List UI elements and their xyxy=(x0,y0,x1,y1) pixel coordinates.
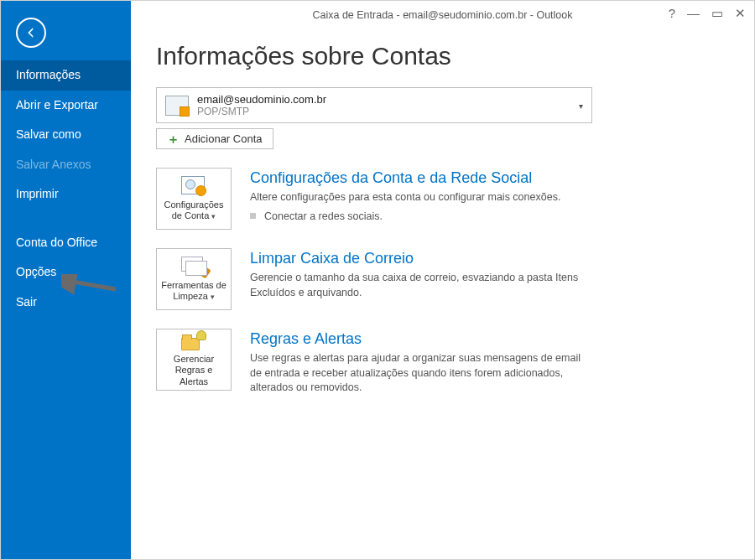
account-icon xyxy=(165,96,189,116)
maximize-button[interactable]: ▭ xyxy=(711,6,723,21)
window-title: Caixa de Entrada - email@seudominio.com.… xyxy=(131,1,754,21)
cleanup-card-label: Ferramentas de Limpeza xyxy=(161,280,226,301)
account-settings-icon xyxy=(181,176,205,194)
minimize-button[interactable]: — xyxy=(687,6,700,21)
sidebar-item-salvar-anexos: Salvar Anexos xyxy=(1,150,131,180)
back-button[interactable] xyxy=(16,18,46,48)
help-button[interactable]: ? xyxy=(669,6,675,21)
sidebar-item-sair[interactable]: Sair xyxy=(1,288,131,318)
sidebar-item-informacoes[interactable]: Informações xyxy=(1,60,131,91)
sidebar-item-conta-office[interactable]: Conta do Office xyxy=(1,228,131,258)
cleanup-icon xyxy=(181,257,206,275)
account-email: email@seudominio.com.br xyxy=(197,93,326,106)
chevron-down-icon: ▾ xyxy=(211,293,215,301)
rules-icon xyxy=(181,332,205,350)
account-type: POP/SMTP xyxy=(197,106,326,117)
account-selector[interactable]: email@seudominio.com.br POP/SMTP ▾ xyxy=(156,87,592,123)
manage-rules-card[interactable]: Gerenciar Regras e Alertas xyxy=(156,329,232,391)
backstage-sidebar: Informações Abrir e Exportar Salvar como… xyxy=(1,1,131,559)
connect-social-label: Conectar a redes sociais. xyxy=(264,210,383,222)
sidebar-item-salvar-como[interactable]: Salvar como xyxy=(1,120,131,150)
connect-social-link[interactable]: Conectar a redes sociais. xyxy=(250,210,729,222)
section-config-desc: Altere configurações para esta conta ou … xyxy=(250,190,594,205)
close-button[interactable]: ✕ xyxy=(735,6,746,21)
section-rules-title: Regras e Alertas xyxy=(250,330,729,348)
chevron-down-icon: ▾ xyxy=(211,212,216,220)
section-cleanup-title: Limpar Caixa de Correio xyxy=(250,250,729,267)
sidebar-item-imprimir[interactable]: Imprimir xyxy=(1,179,131,210)
section-config-title: Configurações da Conta e da Rede Social xyxy=(250,169,729,187)
bullet-square-icon xyxy=(250,213,256,219)
rules-card-label: Gerenciar Regras e Alertas xyxy=(161,354,226,387)
cleanup-tools-card[interactable]: Ferramentas de Limpeza ▾ xyxy=(156,248,232,310)
page-title: Informações sobre Contas xyxy=(156,42,729,70)
section-cleanup-desc: Gerencie o tamanho da sua caixa de corre… xyxy=(250,271,594,300)
account-settings-card[interactable]: Configurações de Conta ▾ xyxy=(156,168,232,230)
add-account-button[interactable]: ＋ Adicionar Conta xyxy=(156,128,273,149)
sidebar-item-opcoes[interactable]: Opções xyxy=(1,257,131,288)
sidebar-item-abrir-exportar[interactable]: Abrir e Exportar xyxy=(1,91,131,121)
chevron-down-icon: ▾ xyxy=(579,101,583,110)
section-rules-desc: Use regras e alertas para ajudar a organ… xyxy=(250,351,594,396)
add-account-label: Adicionar Conta xyxy=(185,132,263,145)
arrow-left-icon xyxy=(23,25,39,40)
